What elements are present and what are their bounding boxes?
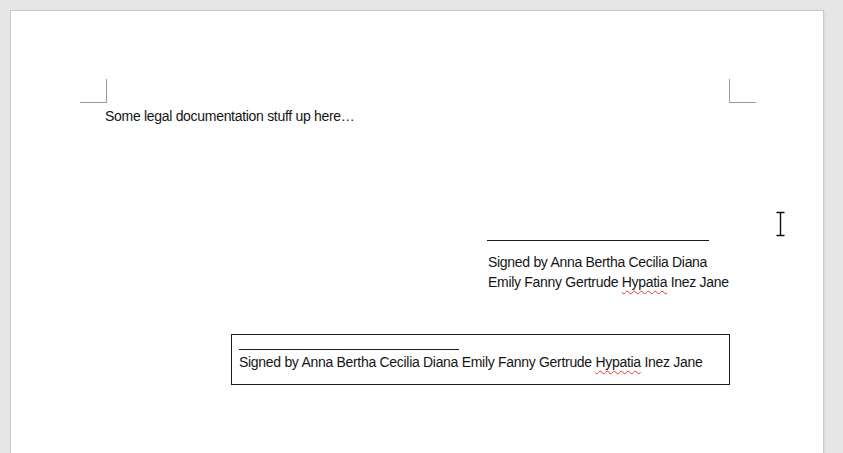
ibeam-cursor-icon xyxy=(774,211,787,237)
signature-caption-2-before: Signed by Anna Bertha Cecilia Diana Emil… xyxy=(239,354,595,370)
signature-text-box[interactable]: Signed by Anna Bertha Cecilia Diana Emil… xyxy=(231,334,730,385)
signature-line-1[interactable] xyxy=(487,240,709,241)
margin-crop-mark-top-right-icon xyxy=(729,79,756,103)
intro-paragraph[interactable]: Some legal documentation stuff up here… xyxy=(105,106,355,126)
signature-caption-1[interactable]: Signed by Anna Bertha Cecilia Diana Emil… xyxy=(488,252,729,292)
signature-caption-2-after: Inez Jane xyxy=(641,354,703,370)
margin-crop-mark-top-left-icon xyxy=(80,79,107,103)
signature-caption-1-line2-before: Emily Fanny Gertrude xyxy=(488,274,622,290)
document-page[interactable]: Some legal documentation stuff up here… … xyxy=(10,10,824,453)
misspelled-word-hypatia: Hypatia xyxy=(622,274,667,290)
word-editing-canvas: Some legal documentation stuff up here… … xyxy=(0,0,843,453)
signature-caption-2: Signed by Anna Bertha Cecilia Diana Emil… xyxy=(239,352,702,372)
signature-caption-1-line1: Signed by Anna Bertha Cecilia Diana xyxy=(488,254,707,270)
misspelled-word-hypatia-2: Hypatia xyxy=(595,354,640,370)
signature-line-2 xyxy=(239,349,459,350)
signature-caption-1-line2-after: Inez Jane xyxy=(667,274,729,290)
